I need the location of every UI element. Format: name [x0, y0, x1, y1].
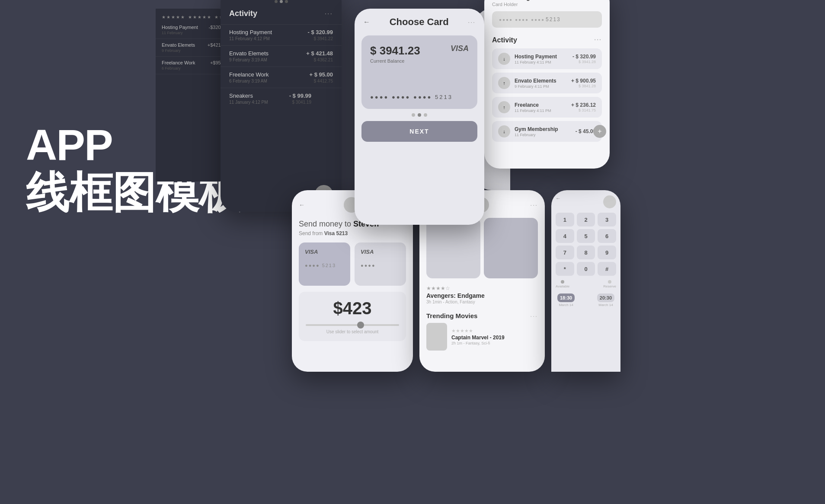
menu-dots-icon[interactable]: ···	[530, 201, 538, 208]
key-hash[interactable]: #	[598, 262, 616, 276]
visa-logo: VISA	[451, 44, 469, 53]
transaction-icon: ↑	[498, 101, 510, 113]
transaction-amount: + $ 95.00	[309, 71, 333, 78]
back-arrow-icon[interactable]: ←	[363, 18, 370, 26]
card-dot[interactable]	[412, 113, 415, 117]
phone-schedule: ← 1 2 3 4 5 6 7 8 9 * 0 # Available Rese…	[551, 190, 620, 372]
movie-rating: ★★★★★	[451, 328, 505, 334]
date-display: March 14	[597, 303, 614, 307]
activity-row: ↑ Freelance 11 February 4:11 PM + $ 236.…	[492, 97, 602, 118]
transaction-name: Sneakers	[229, 93, 268, 99]
slider-label: Use slider to select amount	[306, 329, 399, 334]
card-selector-row: VISA ●●●● 5213 VISA ●●●●	[292, 242, 413, 292]
avatar	[603, 195, 616, 208]
movie-list-item: ★★★★★ Captain Marvel - 2019 2h 1m - Fant…	[419, 319, 545, 351]
activity-header: Activity ···	[221, 9, 342, 24]
trending-title: Trending Movies	[426, 312, 477, 319]
key-9[interactable]: 9	[598, 246, 616, 259]
key-7[interactable]: 7	[556, 246, 574, 259]
trending-section: Trending Movies ···	[419, 308, 545, 319]
dot-active	[280, 0, 283, 3]
menu-dots-icon[interactable]: ···	[468, 19, 476, 26]
key-0[interactable]: 0	[577, 262, 595, 276]
key-3[interactable]: 3	[598, 213, 616, 226]
activity-title: Activity ···	[492, 36, 602, 44]
movie-meta: ★★★★☆ Avengers: Endgame 3h 1min - Action…	[419, 284, 545, 308]
date-display: March 14	[557, 303, 575, 307]
amount-slider[interactable]	[306, 324, 399, 326]
movie-images-row	[419, 218, 545, 284]
key-4[interactable]: 4	[556, 229, 574, 243]
key-6[interactable]: 6	[598, 229, 616, 243]
transaction-name: Freelance Work	[229, 71, 269, 78]
schedule-inner: ← 1 2 3 4 5 6 7 8 9 * 0 # Available Rese…	[551, 190, 620, 312]
holder-name: Antonia Berger	[492, 0, 536, 1]
key-5[interactable]: 5	[577, 229, 595, 243]
transaction-balance: $ 3941.22	[307, 36, 333, 41]
transaction-icon: ↑	[498, 77, 510, 89]
transaction-balance: $ 3041.19	[289, 100, 311, 105]
time-display: 20:30	[597, 293, 614, 302]
transaction-amount: + $ 421.48	[306, 50, 333, 57]
time-slot[interactable]: 18:30 March 14	[557, 293, 575, 307]
menu-dots[interactable]: ···	[325, 10, 333, 18]
phone-card-holder: Antonia Berger Card Holder ●●●● ●●●● ●●●…	[484, 0, 610, 169]
card-dot[interactable]	[424, 113, 427, 117]
movie-description: 2h 1m - Fantasy, Sci-fi	[451, 341, 505, 345]
transaction-amount: - $ 99.99	[289, 93, 311, 99]
transaction-icon: ↓	[498, 53, 510, 65]
menu-dots[interactable]: ···	[594, 36, 602, 44]
schedule-header: ←	[556, 195, 616, 208]
transaction-row: Envato Elemets 9 February 3:19 AM + $ 42…	[221, 45, 342, 67]
available-dot	[561, 280, 564, 284]
amount-panel: $423 Use slider to select amount	[299, 292, 406, 341]
fab-button[interactable]: +	[593, 125, 606, 138]
transaction-name: Envato Elemets	[229, 50, 269, 57]
next-button[interactable]: NEXT	[361, 121, 477, 142]
key-8[interactable]: 8	[577, 246, 595, 259]
visa-card-unselected[interactable]: VISA ●●●●	[355, 242, 406, 286]
menu-dots-icon[interactable]: ···	[530, 313, 538, 319]
choose-card-title: Choose Card	[390, 16, 449, 28]
reserved-dot	[608, 280, 611, 284]
back-arrow-icon[interactable]: ←	[556, 195, 561, 208]
slider-thumb[interactable]	[357, 322, 364, 329]
movie-rating: ★★★★☆	[426, 285, 538, 291]
key-2[interactable]: 2	[577, 213, 595, 226]
back-arrow-icon[interactable]: ←	[299, 201, 305, 208]
card-chooser-header: ← Choose Card ···	[355, 9, 484, 32]
transaction-icon: ↓	[498, 125, 510, 137]
dot	[285, 0, 288, 3]
activity-row: ↑ Envato Elements 9 February 4:11 PM + $…	[492, 73, 602, 93]
key-1[interactable]: 1	[556, 213, 574, 226]
activity-row: ↓ Gym Membership 11 February - $ 45.00	[492, 121, 602, 142]
available-label: Available	[556, 284, 569, 288]
card-dot-active[interactable]	[418, 113, 421, 117]
visa-card-selected[interactable]: VISA ●●●● 5213	[299, 242, 350, 286]
movie-title: Captain Marvel - 2019	[451, 335, 505, 341]
mini-card: ●●●● ●●●● ●●●● 5213	[492, 11, 602, 28]
activity-section: Activity ··· ↓ Hosting Payment 11 Februa…	[484, 33, 610, 149]
movie-description: 3h 1min - Action, Fantasy	[426, 300, 538, 304]
transaction-row: Sneakers 11 January 4:12 PM - $ 99.99 $ …	[221, 88, 342, 109]
transaction-date: 9 February 3:19 AM	[229, 57, 269, 62]
send-from-card: Visa 5213	[324, 230, 348, 236]
reserved-label: Reserve	[603, 284, 616, 288]
transaction-balance: $ 4362.21	[306, 57, 333, 62]
time-slot[interactable]: 20:30 March 14	[597, 293, 614, 307]
transaction-date: 11 February 4:12 PM	[229, 36, 272, 41]
movie-thumbnail	[484, 218, 538, 278]
activity-row: ↓ Hosting Payment 11 February 4:11 PM - …	[492, 48, 602, 69]
key-star[interactable]: *	[556, 262, 574, 276]
transaction-balance: $ 4412.75	[309, 79, 333, 83]
transaction-amount: - $ 320.99	[307, 29, 333, 35]
schedule-times: 18:30 March 14 20:30 March 14	[556, 293, 616, 307]
dot	[275, 0, 278, 3]
schedule-legend: Available Reserve	[556, 280, 616, 288]
time-display: 18:30	[557, 293, 575, 302]
transaction-name: Hosting Payment	[229, 29, 272, 35]
card-pagination	[355, 113, 484, 117]
send-from-label: Send from Visa 5213	[292, 230, 413, 242]
payment-card: $ 3941.23 Current Balance VISA ●●●● ●●●●…	[361, 35, 477, 109]
transaction-row: Freelance Work 6 February 3:19 AM + $ 95…	[221, 67, 342, 88]
